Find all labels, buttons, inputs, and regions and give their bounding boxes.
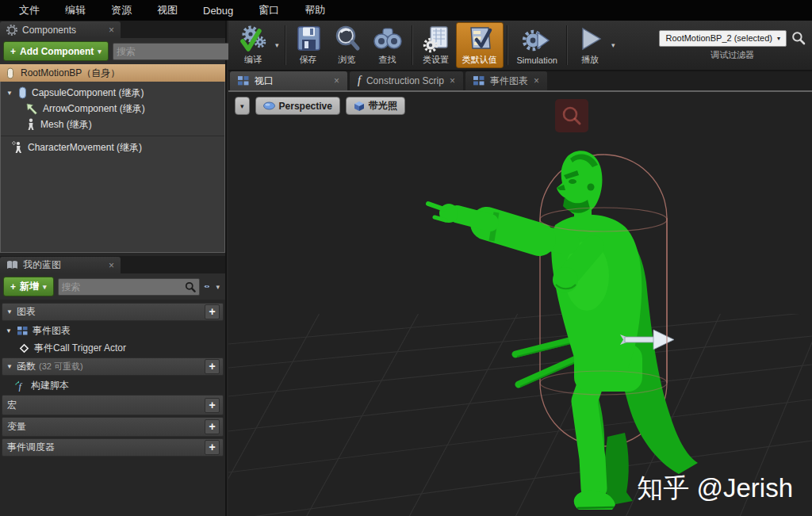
simulation-button[interactable]: Simulation [511,22,563,68]
section-variables[interactable]: 变量 + [2,417,224,437]
watermark: 知乎 @Jerish [637,471,793,506]
debug-filter-group: RootMotionBP_2 (selected) ▾ 调试过滤器 [659,30,807,61]
add-macro-button[interactable]: + [205,398,220,413]
section-graphs[interactable]: ▼ 图表 + [2,303,224,321]
viewport-options-button[interactable]: ▾ [235,97,250,115]
tab-components[interactable]: Components × [0,21,121,38]
close-icon[interactable]: × [450,77,455,85]
section-event-dispatchers[interactable]: 事件调度器 + [2,438,224,457]
menu-item-debug[interactable]: Debug [192,2,244,19]
toolbar-separator [285,25,286,65]
add-variable-button[interactable]: + [205,419,220,434]
viewport-3d[interactable]: ▾ Perspective 带光照 [228,92,812,516]
debug-object-dropdown[interactable]: RootMotionBP_2 (selected) ▾ [659,30,787,47]
binoculars-icon [373,25,403,53]
character-movement-icon [12,141,23,154]
close-icon[interactable]: × [109,262,114,269]
save-button[interactable]: 保存 [289,22,327,68]
my-blueprint-search-box[interactable] [58,278,200,296]
visibility-eye-icon[interactable] [204,281,210,292]
tab-event-graph[interactable]: 事件图表 × [465,71,547,90]
menu-item-help[interactable]: 帮助 [293,1,336,20]
menu-item-asset[interactable]: 资源 [100,1,143,20]
close-icon[interactable]: × [109,26,114,34]
my-blueprint-search-input[interactable] [62,281,185,292]
compile-button[interactable]: 编译 [233,22,273,68]
class-settings-icon [422,25,450,53]
toolbar-separator [412,25,413,65]
viewport-3d-scene[interactable] [228,92,812,516]
perspective-lens-icon [263,101,275,110]
components-search-input[interactable] [117,46,239,57]
document-tab-bar: 视口 × f Construction Scrip × 事件图表 × [228,71,812,92]
class-defaults-icon [465,25,494,53]
functions-overridable-count: (32 可重载) [39,361,83,373]
my-blueprint-list: ▼ 图表 + ▼ 事件图表 事件Call Trigger Actor ▼ [0,300,225,460]
browse-button[interactable]: 浏览 [327,22,367,68]
chevron-expanded-icon[interactable]: ▼ [6,90,13,97]
close-icon[interactable]: × [534,77,539,85]
close-icon[interactable]: × [334,77,339,85]
plus-icon: + [10,281,16,292]
my-blueprint-controls: +新增 ▾ ▾ [0,273,225,300]
plus-icon: + [10,46,16,57]
chevron-down-icon: ▾ [98,48,102,55]
debug-search-icon[interactable] [791,31,806,45]
add-dispatcher-button[interactable]: + [205,440,220,455]
mesh-person-icon [26,118,36,131]
chevron-expanded-icon: ▼ [5,327,13,334]
menu-item-view[interactable]: 视图 [146,1,189,20]
add-graph-button[interactable]: + [205,304,220,319]
viewport-tab-icon [238,76,249,86]
section-macros[interactable]: 宏 + [2,395,224,415]
arrow-component-icon [26,103,38,115]
chevron-down-icon[interactable]: ▾ [213,283,222,291]
section-functions[interactable]: ▼ 函数 (32 可重载) + [2,357,224,376]
components-tab-label: Components [22,25,104,36]
tab-construction-script[interactable]: f Construction Scrip × [350,71,463,90]
menu-item-file[interactable]: 文件 [8,1,51,20]
component-row-capsule[interactable]: ▼ CapsuleComponent (继承) [1,85,224,101]
add-component-button[interactable]: +Add Component ▾ [3,41,109,61]
class-defaults-button[interactable]: 类默认值 [456,22,504,68]
class-settings-button[interactable]: 类设置 [416,22,456,68]
event-graph-icon [17,327,28,335]
root-component-label: RootMotionBP（自身） [21,67,120,80]
chevron-expanded-icon: ▼ [6,363,13,370]
component-row-root[interactable]: RootMotionBP（自身） [0,64,225,82]
row-event-graph[interactable]: ▼ 事件图表 [2,323,224,338]
components-icon [6,25,17,36]
play-options-chevron-icon[interactable]: ▾ [609,41,618,49]
construction-f-icon: f [358,75,361,87]
find-button[interactable]: 查找 [367,22,408,68]
play-button[interactable]: 播放 [571,22,609,68]
play-icon [576,25,603,53]
menu-item-edit[interactable]: 编辑 [54,1,97,20]
add-function-button[interactable]: + [205,359,220,374]
blueprint-toolbar: 编译 ▾ 保存 浏览 [228,21,812,71]
tree-divider [1,136,224,136]
row-construction-script[interactable]: f 构建脚本 [2,377,224,393]
viewport-search-icon[interactable] [555,99,588,132]
compile-options-chevron-icon[interactable]: ▾ [273,41,282,49]
component-row-mesh[interactable]: Mesh (继承) [1,117,224,132]
component-row-charactermovement[interactable]: CharacterMovement (继承) [1,140,224,155]
blueprint-editor-window: 文件 编辑 资源 视图 Debug 窗口 帮助 Components × +Ad… [0,0,812,516]
my-blueprint-tab-label: 我的蓝图 [23,258,104,272]
menu-item-window[interactable]: 窗口 [247,1,290,20]
component-row-arrow[interactable]: ArrowComponent (继承) [1,101,224,117]
perspective-button[interactable]: Perspective [255,97,340,115]
capsule-icon [18,86,27,99]
simulation-icon [522,26,552,55]
lit-cube-icon [354,101,365,112]
row-event-call-trigger-actor[interactable]: 事件Call Trigger Actor [2,340,224,356]
chevron-down-icon: ▾ [777,35,780,42]
lit-mode-button[interactable]: 带光照 [346,97,405,115]
add-new-button[interactable]: +新增 ▾ [3,277,54,296]
event-graph-tab-icon [473,76,485,86]
tab-viewport[interactable]: 视口 × [230,71,347,90]
components-tree: ▼ CapsuleComponent (继承) ArrowComponent (… [0,82,225,253]
browse-magnifier-icon [333,25,362,53]
compile-gears-icon [239,25,267,53]
tab-my-blueprint[interactable]: 我的蓝图 × [0,257,121,273]
